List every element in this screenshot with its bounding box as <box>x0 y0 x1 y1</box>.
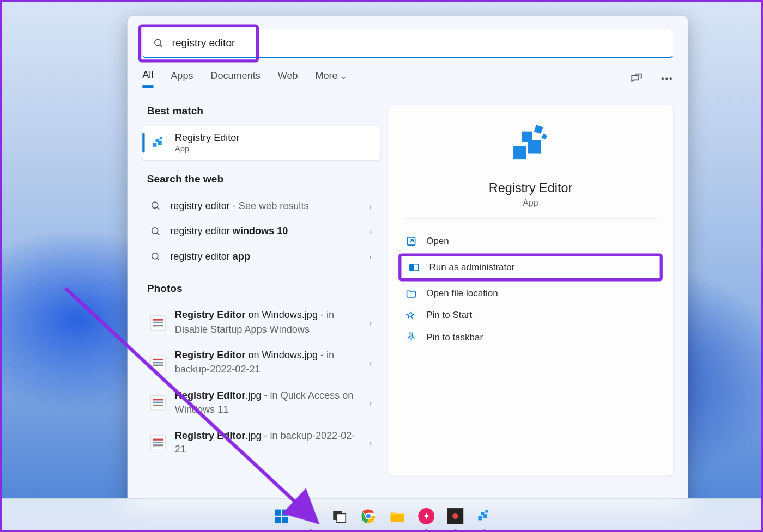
photo-thumbnail <box>150 315 166 331</box>
admin-shield-icon <box>408 261 420 273</box>
results-column: Best match Registry Editor App Search th… <box>142 105 380 475</box>
photo-result-1[interactable]: Registry Editor on Windows.jpg - in back… <box>142 343 380 383</box>
svg-rect-15 <box>534 125 543 134</box>
svg-rect-36 <box>485 510 488 512</box>
action-pin-to-start[interactable]: Pin to Start <box>398 304 663 326</box>
svg-line-9 <box>157 233 159 235</box>
chrome-icon <box>360 508 377 524</box>
section-search-web: Search the web <box>147 173 380 185</box>
tab-documents[interactable]: Documents <box>210 70 260 87</box>
chrome-button[interactable] <box>358 505 379 526</box>
regedit-icon <box>150 134 167 151</box>
windows-icon <box>274 508 290 524</box>
open-icon <box>405 235 417 247</box>
svg-rect-4 <box>155 139 159 142</box>
taskbar-search-button[interactable] <box>300 505 320 526</box>
svg-rect-14 <box>522 132 532 142</box>
app-red-icon: ✦ <box>418 508 434 524</box>
web-result-0[interactable]: registry editor - See web results › <box>142 193 380 219</box>
search-bar[interactable] <box>142 29 673 58</box>
chevron-right-icon: › <box>369 252 372 261</box>
svg-rect-35 <box>481 512 485 515</box>
tab-more[interactable]: More ⌄ <box>315 70 346 87</box>
app-red-button[interactable]: ✦ <box>416 505 437 526</box>
svg-line-1 <box>160 44 162 46</box>
search-icon <box>150 226 161 236</box>
regedit-icon <box>476 508 493 524</box>
action-open-file-location[interactable]: Open file location <box>398 283 663 304</box>
tab-apps[interactable]: Apps <box>171 70 193 87</box>
search-input[interactable] <box>172 37 662 49</box>
search-icon <box>150 252 161 262</box>
regedit-taskbar-button[interactable] <box>474 505 494 526</box>
file-explorer-button[interactable] <box>387 505 408 526</box>
svg-rect-33 <box>478 516 482 519</box>
svg-line-11 <box>157 258 159 260</box>
svg-point-10 <box>152 253 158 259</box>
svg-rect-29 <box>337 513 346 522</box>
svg-point-8 <box>152 228 158 234</box>
filter-tabs: All Apps Documents Web More ⌄ <box>128 69 688 88</box>
regedit-icon-large <box>507 121 554 168</box>
chevron-right-icon: › <box>369 318 372 327</box>
detail-panel: Registry Editor App Open Run as administ… <box>388 105 673 475</box>
web-result-2[interactable]: registry editor app › <box>142 244 380 270</box>
svg-rect-12 <box>513 146 526 159</box>
svg-point-0 <box>155 39 161 45</box>
action-pin-to-taskbar[interactable]: Pin to taskbar <box>398 326 663 348</box>
detail-app-name: Registry Editor <box>404 180 657 195</box>
taskbar: ✦ <box>2 498 763 532</box>
chevron-right-icon: › <box>369 358 372 368</box>
app-dark-button[interactable] <box>445 505 465 526</box>
svg-line-27 <box>312 518 316 522</box>
chevron-right-icon: › <box>369 398 372 407</box>
svg-point-6 <box>152 202 158 208</box>
more-options-icon[interactable] <box>661 72 673 85</box>
chevron-right-icon: › <box>369 227 372 236</box>
detail-app-kind: App <box>404 198 657 207</box>
svg-rect-2 <box>153 143 156 146</box>
photo-thumbnail <box>150 436 166 451</box>
pin-icon <box>405 332 417 343</box>
pin-icon <box>405 310 417 321</box>
photo-result-0[interactable]: Registry Editor on Windows.jpg - in Disa… <box>142 303 380 343</box>
chevron-right-icon: › <box>369 438 372 448</box>
search-icon <box>302 508 319 524</box>
svg-rect-22 <box>275 509 281 515</box>
svg-rect-24 <box>275 517 281 523</box>
photo-result-3[interactable]: Registry Editor.jpg - in backup-2022-02-… <box>142 423 380 463</box>
folder-icon <box>389 508 405 524</box>
best-match-subtitle: App <box>175 144 372 153</box>
svg-rect-23 <box>282 509 288 515</box>
chat-icon[interactable] <box>630 72 643 85</box>
photo-thumbnail <box>150 395 166 411</box>
photo-thumbnail <box>150 355 166 370</box>
chevron-right-icon: › <box>369 201 372 211</box>
svg-rect-5 <box>159 137 162 140</box>
best-match-result[interactable]: Registry Editor App <box>142 125 380 160</box>
action-open[interactable]: Open <box>398 230 663 252</box>
tab-web[interactable]: Web <box>278 70 298 87</box>
folder-icon <box>405 288 417 299</box>
start-search-panel: All Apps Documents Web More ⌄ Best match… <box>128 16 688 511</box>
search-icon <box>150 201 161 211</box>
search-icon <box>154 38 164 48</box>
start-button[interactable] <box>271 505 292 526</box>
app-dark-icon <box>447 508 463 524</box>
best-match-title: Registry Editor <box>175 132 372 144</box>
task-view-button[interactable] <box>329 505 350 526</box>
svg-point-26 <box>304 510 313 519</box>
task-view-icon <box>332 509 347 524</box>
photo-result-2[interactable]: Registry Editor.jpg - in Quick Access on… <box>142 383 380 423</box>
tab-all[interactable]: All <box>142 69 153 88</box>
svg-line-7 <box>157 207 159 210</box>
svg-rect-25 <box>282 517 288 523</box>
web-result-1[interactable]: registry editor windows 10 › <box>142 219 380 244</box>
svg-rect-13 <box>528 140 541 154</box>
svg-rect-19 <box>410 264 414 271</box>
section-photos: Photos <box>147 283 380 295</box>
action-run-as-administrator[interactable]: Run as administrator <box>398 253 663 281</box>
svg-rect-16 <box>541 133 547 139</box>
section-best-match: Best match <box>147 105 380 117</box>
